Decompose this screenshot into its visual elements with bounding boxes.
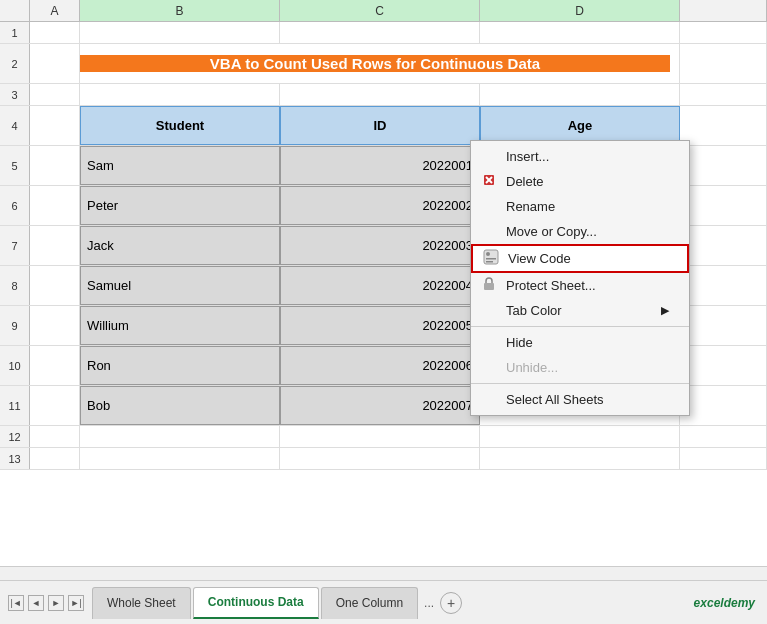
table-row: 13 — [0, 448, 767, 470]
row-num-4: 4 — [0, 106, 30, 145]
tab-color-arrow-icon: ▶ — [661, 304, 669, 317]
row-num-5: 5 — [0, 146, 30, 185]
cell-11c[interactable]: 2022007 — [280, 386, 480, 425]
tab-whole-sheet[interactable]: Whole Sheet — [92, 587, 191, 619]
col-header-b[interactable]: B — [80, 0, 280, 21]
cell-7rest — [680, 226, 767, 265]
delete-icon — [479, 173, 499, 190]
cell-5b[interactable]: Sam — [80, 146, 280, 185]
context-menu-tab-color[interactable]: Tab Color ▶ — [471, 298, 689, 323]
context-menu-rename[interactable]: Rename — [471, 194, 689, 219]
cell-6rest — [680, 186, 767, 225]
col-header-a[interactable]: A — [30, 0, 80, 21]
col-header-rest — [680, 0, 767, 21]
cell-4a[interactable] — [30, 106, 80, 145]
col-header-c[interactable]: C — [280, 0, 480, 21]
table-row: 3 — [0, 84, 767, 106]
cell-5a[interactable] — [30, 146, 80, 185]
view-code-label: View Code — [508, 251, 571, 266]
cell-1a[interactable] — [30, 22, 80, 43]
cell-2a[interactable] — [30, 44, 80, 83]
context-menu-insert[interactable]: Insert... — [471, 144, 689, 169]
table-row: 2 VBA to Count Used Rows for Continuous … — [0, 44, 767, 84]
cell-1rest — [680, 22, 767, 43]
context-menu: Insert... Delete Rename Move or Copy... — [470, 140, 690, 416]
cell-1b[interactable] — [80, 22, 280, 43]
cell-12b[interactable] — [80, 426, 280, 447]
cell-7c[interactable]: 2022003 — [280, 226, 480, 265]
cell-9rest — [680, 306, 767, 345]
cell-12d[interactable] — [480, 426, 680, 447]
rename-label: Rename — [506, 199, 555, 214]
add-sheet-button[interactable]: + — [440, 592, 462, 614]
header-student[interactable]: Student — [80, 106, 280, 145]
header-id[interactable]: ID — [280, 106, 480, 145]
cell-11rest — [680, 386, 767, 425]
tab-one-column[interactable]: One Column — [321, 587, 418, 619]
context-menu-unhide[interactable]: Unhide... — [471, 355, 689, 380]
cell-7b[interactable]: Jack — [80, 226, 280, 265]
cell-8b[interactable]: Samuel — [80, 266, 280, 305]
exceldemy-logo: exceldemy — [694, 596, 755, 610]
cell-13rest — [680, 448, 767, 469]
cell-12a[interactable] — [30, 426, 80, 447]
table-row: 1 — [0, 22, 767, 44]
context-menu-select-all[interactable]: Select All Sheets — [471, 387, 689, 412]
context-menu-separator-2 — [471, 383, 689, 384]
context-menu-delete[interactable]: Delete — [471, 169, 689, 194]
cell-3d[interactable] — [480, 84, 680, 105]
cell-3a[interactable] — [30, 84, 80, 105]
tab-nav-last[interactable]: ►| — [68, 595, 84, 611]
cell-9c[interactable]: 2022005 — [280, 306, 480, 345]
tab-nav-first[interactable]: |◄ — [8, 595, 24, 611]
cell-1d[interactable] — [480, 22, 680, 43]
cell-11a[interactable] — [30, 386, 80, 425]
insert-label: Insert... — [506, 149, 549, 164]
context-menu-hide[interactable]: Hide — [471, 330, 689, 355]
svg-point-4 — [486, 252, 490, 256]
unhide-label: Unhide... — [506, 360, 558, 375]
cell-9b[interactable]: Willium — [80, 306, 280, 345]
cell-1c[interactable] — [280, 22, 480, 43]
cell-13d[interactable] — [480, 448, 680, 469]
context-menu-protect-sheet[interactable]: Protect Sheet... — [471, 273, 689, 298]
tab-nav-next[interactable]: ► — [48, 595, 64, 611]
svg-rect-5 — [486, 258, 496, 260]
cell-5c[interactable]: 2022001 — [280, 146, 480, 185]
cell-3b[interactable] — [80, 84, 280, 105]
table-row: 12 — [0, 426, 767, 448]
tab-whole-sheet-label: Whole Sheet — [107, 596, 176, 610]
cell-10c[interactable]: 2022006 — [280, 346, 480, 385]
cell-8a[interactable] — [30, 266, 80, 305]
row-num-8: 8 — [0, 266, 30, 305]
tab-nav-prev[interactable]: ◄ — [28, 595, 44, 611]
cell-10a[interactable] — [30, 346, 80, 385]
cell-13a[interactable] — [30, 448, 80, 469]
cell-12c[interactable] — [280, 426, 480, 447]
scroll-area[interactable] — [0, 566, 767, 580]
col-header-d[interactable]: D — [480, 0, 680, 21]
cell-8c[interactable]: 2022004 — [280, 266, 480, 305]
cell-6b[interactable]: Peter — [80, 186, 280, 225]
cell-13c[interactable] — [280, 448, 480, 469]
move-copy-label: Move or Copy... — [506, 224, 597, 239]
tab-continuous-data[interactable]: Continuous Data — [193, 587, 319, 619]
cell-11b[interactable]: Bob — [80, 386, 280, 425]
cell-10b[interactable]: Ron — [80, 346, 280, 385]
spreadsheet: A B C D 1 2 VBA to Count Used Rows for C… — [0, 0, 767, 580]
cell-7a[interactable] — [30, 226, 80, 265]
tab-color-label: Tab Color — [506, 303, 562, 318]
title-cell: VBA to Count Used Rows for Continuous Da… — [80, 44, 680, 83]
context-menu-view-code[interactable]: View Code — [471, 244, 689, 273]
row-num-6: 6 — [0, 186, 30, 225]
cell-10rest — [680, 346, 767, 385]
cell-6a[interactable] — [30, 186, 80, 225]
select-all-label: Select All Sheets — [506, 392, 604, 407]
title-banner: VBA to Count Used Rows for Continuous Da… — [80, 55, 670, 72]
cell-13b[interactable] — [80, 448, 280, 469]
context-menu-move-copy[interactable]: Move or Copy... — [471, 219, 689, 244]
cell-6c[interactable]: 2022002 — [280, 186, 480, 225]
corner-cell — [0, 0, 30, 21]
cell-9a[interactable] — [30, 306, 80, 345]
cell-3c[interactable] — [280, 84, 480, 105]
